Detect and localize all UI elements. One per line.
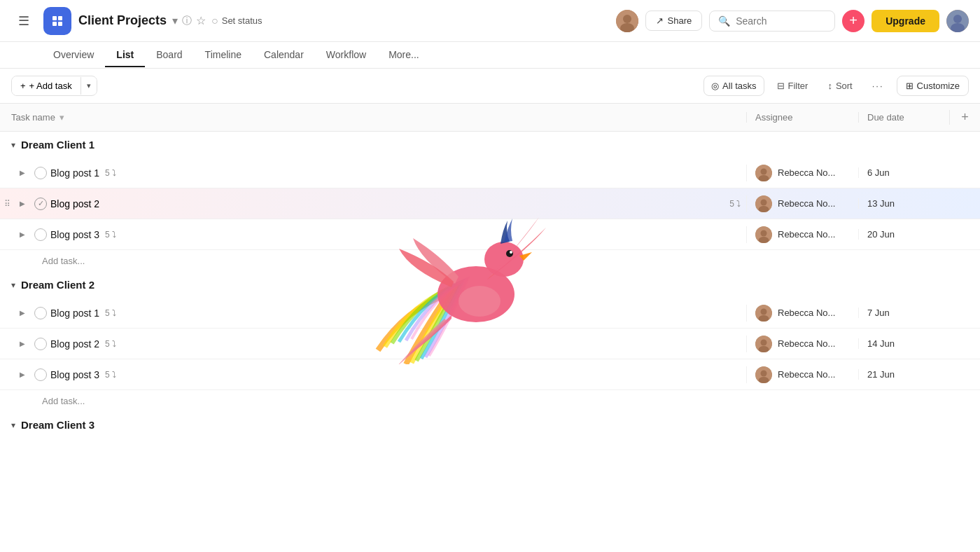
subtask-icon: ⤵: [112, 230, 116, 240]
user-avatar-header[interactable]: [616, 10, 638, 32]
circle-icon: ◎: [711, 81, 719, 91]
tab-more[interactable]: More...: [377, 43, 430, 67]
more-icon: ···: [872, 81, 884, 91]
customize-button[interactable]: ⊞ Customize: [897, 76, 969, 96]
tab-overview[interactable]: Overview: [42, 43, 105, 67]
check-circle[interactable]: [34, 338, 47, 350]
dropdown-icon[interactable]: ▾: [172, 14, 178, 27]
assignee-avatar: [755, 226, 772, 243]
task-duedate-dc2-t1: 7 Jun: [858, 308, 949, 318]
sort-button[interactable]: ↕ Sort: [820, 76, 859, 95]
share-button[interactable]: ↗ Share: [645, 11, 703, 31]
task-assignee-dc2-t2: Rebecca No...: [746, 336, 858, 352]
group-header-dream-client-1[interactable]: ▾ Dream Client 1: [0, 132, 980, 158]
subtask-count: 5 ⤵: [729, 199, 741, 209]
info-icon[interactable]: ⓘ: [182, 15, 192, 27]
check-circle[interactable]: [34, 167, 47, 179]
table-row[interactable]: ⠿ ▶ Blog post 2 5 ⤵ Rebecca No... 14 Jun: [0, 329, 980, 359]
app-icon: [43, 7, 71, 35]
table-row[interactable]: ⠿ ▶ 5 ⤵ Rebecca No... 13 Jun: [0, 188, 980, 219]
task-checkbox[interactable]: [31, 198, 50, 210]
task-name-dc1-t2[interactable]: 5 ⤵: [50, 198, 746, 209]
table-row[interactable]: ⠿ ▶ Blog post 1 5 ⤵ Rebecca No... 7 Jun: [0, 298, 980, 329]
group-toggle-1[interactable]: ▾: [11, 140, 15, 150]
expand-icon[interactable]: ▶: [14, 371, 31, 378]
task-checkbox[interactable]: [31, 368, 50, 381]
expand-icon[interactable]: ▶: [14, 169, 31, 177]
menu-icon[interactable]: ☰: [11, 8, 36, 34]
add-task-main[interactable]: + + Add task: [12, 76, 80, 95]
task-name-dc2-t2: Blog post 2 5 ⤵: [50, 338, 746, 350]
svg-point-1: [623, 15, 631, 23]
filter-icon: ⊟: [777, 81, 785, 91]
filter-button[interactable]: ⊟ Filter: [770, 76, 816, 95]
assignee-avatar: [755, 165, 772, 181]
profile-avatar[interactable]: [946, 10, 969, 32]
group-title-1: Dream Client 1: [21, 139, 94, 151]
group-header-dream-client-2[interactable]: ▾ Dream Client 2: [0, 272, 980, 298]
tab-timeline[interactable]: Timeline: [194, 43, 253, 67]
subtask-icon: ⤵: [736, 199, 741, 209]
upgrade-button[interactable]: Upgrade: [872, 10, 939, 32]
expand-icon[interactable]: ▶: [14, 200, 31, 207]
task-checkbox[interactable]: [31, 338, 50, 350]
task-duedate-dc1-t1: 6 Jun: [858, 167, 949, 178]
search-input[interactable]: [736, 15, 826, 27]
tab-workflow[interactable]: Workflow: [315, 43, 377, 67]
check-circle[interactable]: [34, 307, 47, 319]
svg-point-10: [761, 199, 767, 205]
task-duedate-dc1-t3: 20 Jun: [858, 229, 949, 240]
task-name-input[interactable]: [50, 198, 724, 209]
subtask-count: 5 ⤵: [105, 230, 116, 240]
expand-icon[interactable]: ▶: [14, 309, 31, 317]
task-name-dc2-t3: Blog post 3 5 ⤵: [50, 369, 746, 380]
add-button[interactable]: +: [842, 10, 864, 32]
task-list: ▾ Dream Client 1 ⠿ ▶ Blog post 1 5 ⤵ Reb…: [0, 132, 980, 552]
star-icon[interactable]: ☆: [196, 14, 206, 27]
subtask-icon: ⤵: [112, 308, 116, 318]
table-row[interactable]: ⠿ ▶ Blog post 3 5 ⤵ Rebecca No... 21 Jun: [0, 359, 980, 390]
table-row[interactable]: ⠿ ▶ Blog post 3 5 ⤵ Rebecca No... 20 Jun: [0, 219, 980, 250]
task-name-dc1-t1: Blog post 1 5 ⤵: [50, 167, 746, 179]
add-task-row-group1[interactable]: Add task...: [0, 250, 980, 272]
set-status-button[interactable]: ○ Set status: [211, 15, 262, 27]
check-circle[interactable]: [34, 228, 47, 241]
table-row[interactable]: ⠿ ▶ Blog post 1 5 ⤵ Rebecca No... 6 Jun: [0, 158, 980, 188]
add-task-button[interactable]: + + Add task ▾: [11, 76, 97, 96]
check-circle[interactable]: [34, 368, 47, 381]
svg-point-22: [761, 370, 767, 376]
task-assignee-dc2-t1: Rebecca No...: [746, 305, 858, 322]
col-task-chevron[interactable]: ▾: [59, 112, 64, 123]
assignee-avatar: [755, 336, 772, 352]
share-icon: ↗: [656, 15, 664, 26]
group-toggle-2[interactable]: ▾: [11, 280, 15, 290]
add-task-dropdown-arrow[interactable]: ▾: [80, 77, 97, 95]
tab-calendar[interactable]: Calendar: [253, 43, 315, 67]
subtask-count: 5 ⤵: [105, 370, 116, 380]
more-options-button[interactable]: ···: [865, 76, 891, 95]
tab-board[interactable]: Board: [145, 43, 193, 67]
group-toggle-3[interactable]: ▾: [11, 420, 15, 430]
search-box[interactable]: 🔍: [709, 11, 835, 32]
tab-list[interactable]: List: [105, 43, 145, 67]
add-task-row-group2[interactable]: Add task...: [0, 390, 980, 412]
task-checkbox[interactable]: [31, 307, 50, 319]
assignee-avatar: [755, 195, 772, 212]
project-title: Client Projects: [78, 13, 167, 28]
subtask-icon: ⤵: [112, 168, 116, 178]
check-circle[interactable]: [34, 198, 47, 210]
expand-icon[interactable]: ▶: [14, 230, 31, 238]
task-assignee-dc1-t1: Rebecca No...: [746, 165, 858, 181]
drag-handle[interactable]: ⠿: [0, 199, 14, 209]
group-header-dream-client-3[interactable]: ▾ Dream Client 3: [0, 412, 980, 438]
project-info: Client Projects ▾ ⓘ ☆ ○ Set status: [78, 13, 262, 28]
svg-point-16: [761, 308, 767, 315]
sort-icon: ↕: [827, 81, 832, 91]
all-tasks-button[interactable]: ◎ All tasks: [704, 76, 764, 96]
task-checkbox[interactable]: [31, 167, 50, 179]
task-checkbox[interactable]: [31, 228, 50, 241]
subtask-count: 5 ⤵: [105, 308, 116, 318]
svg-point-13: [761, 230, 767, 236]
expand-icon[interactable]: ▶: [14, 340, 31, 347]
add-column-button[interactable]: +: [949, 110, 980, 125]
